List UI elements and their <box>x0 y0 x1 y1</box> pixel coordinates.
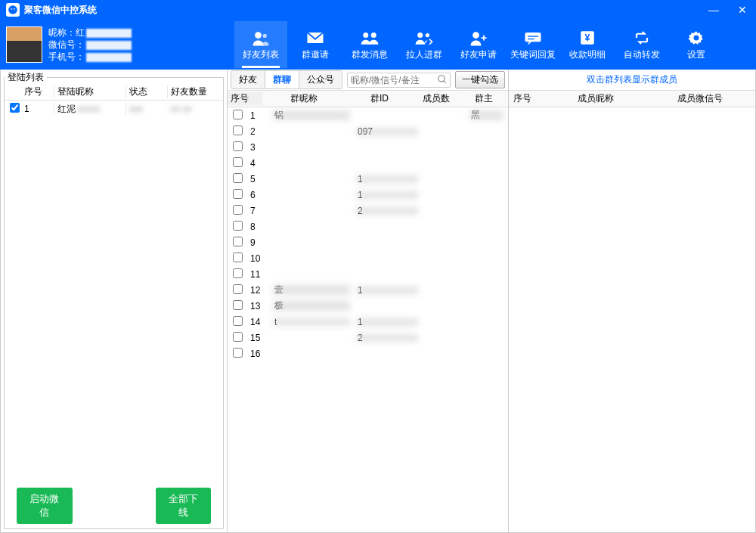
group-row[interactable]: 2097 <box>228 123 508 139</box>
keyword-icon <box>522 29 544 47</box>
group-list-panel: 好友群聊公众号 一键勾选 序号 群昵称 群ID 成员数 群主 1锅黑209734… <box>228 70 509 532</box>
svg-rect-12 <box>528 36 538 36</box>
tool-forward[interactable]: 自动转发 <box>615 21 668 68</box>
group-row-checkbox[interactable] <box>233 205 243 215</box>
wechat-label: 微信号： <box>48 39 85 50</box>
group-row-checkbox[interactable] <box>233 253 243 262</box>
tool-invite[interactable]: 群邀请 <box>289 21 342 68</box>
login-row-checkbox[interactable] <box>10 103 20 113</box>
group-row-checkbox[interactable] <box>233 110 243 119</box>
payment-icon: ¥ <box>577 29 598 47</box>
avatar <box>6 26 42 63</box>
forward-icon <box>631 29 652 47</box>
svg-point-2 <box>14 8 15 10</box>
group-row[interactable]: 9 <box>228 234 508 250</box>
group-row[interactable]: 16 <box>228 346 508 361</box>
group-row-checkbox[interactable] <box>233 284 243 294</box>
member-hint: 双击群列表显示群成员 <box>509 70 755 91</box>
svg-point-4 <box>263 33 267 37</box>
svg-point-9 <box>426 33 429 36</box>
svg-point-3 <box>255 32 262 39</box>
group-row[interactable]: 61 <box>228 187 508 203</box>
group-row-checkbox[interactable] <box>233 237 243 246</box>
group-row[interactable]: 14t1 <box>228 314 508 330</box>
group-row[interactable]: 3 <box>228 139 508 155</box>
nick-label: 昵称： <box>48 27 76 38</box>
start-wechat-button[interactable]: 启动微信 <box>17 488 73 524</box>
group-list-header: 序号 群昵称 群ID 成员数 群主 <box>228 91 508 107</box>
main-toolbar: 好友列表群邀请群发消息拉人进群好友申请关键词回复¥收款明细自动转发设置 <box>227 20 756 70</box>
invite-icon <box>305 29 326 47</box>
login-row[interactable]: 1红泥xxxxxxxxxx xx <box>5 101 223 117</box>
svg-point-6 <box>363 33 368 38</box>
pull-icon <box>414 29 435 47</box>
massmsg-icon <box>359 29 380 47</box>
all-offline-button[interactable]: 全部下线 <box>156 488 212 524</box>
search-box <box>347 73 451 88</box>
svg-point-18 <box>438 75 445 81</box>
group-row-checkbox[interactable] <box>233 157 243 167</box>
tab-group[interactable]: 群聊 <box>265 71 299 88</box>
group-row-checkbox[interactable] <box>233 300 243 310</box>
group-row-checkbox[interactable] <box>233 189 243 199</box>
tool-pull[interactable]: 拉人进群 <box>398 21 451 68</box>
svg-point-10 <box>472 32 479 39</box>
group-row[interactable]: 12壹1 <box>228 282 508 298</box>
svg-point-8 <box>417 33 423 38</box>
tool-keyword[interactable]: 关键词回复 <box>507 21 559 68</box>
svg-rect-13 <box>528 38 534 39</box>
group-row-checkbox[interactable] <box>233 173 243 183</box>
group-row[interactable]: 10 <box>228 250 508 266</box>
group-row[interactable]: 152 <box>228 330 508 346</box>
group-row-checkbox[interactable] <box>233 268 243 278</box>
header: 昵称：红 微信号： 手机号： 好友列表群邀请群发消息拉人进群好友申请关键词回复¥… <box>0 20 756 70</box>
group-row[interactable]: 1锅黑 <box>228 107 508 123</box>
svg-point-1 <box>11 8 12 10</box>
close-button[interactable]: ✕ <box>735 4 750 16</box>
friends-icon <box>250 29 271 47</box>
nick-value: 红 <box>76 27 85 38</box>
svg-text:¥: ¥ <box>585 33 590 43</box>
settings-icon <box>686 29 707 47</box>
apply-icon <box>468 29 489 47</box>
group-row-checkbox[interactable] <box>233 332 243 342</box>
tool-payment[interactable]: ¥收款明细 <box>561 21 614 68</box>
member-list-panel: 双击群列表显示群成员 序号 成员昵称 成员微信号 <box>509 70 755 532</box>
app-logo <box>6 3 20 17</box>
tool-massmsg[interactable]: 群发消息 <box>343 21 396 68</box>
login-list-legend: 登陆列表 <box>5 71 47 84</box>
tab-mp[interactable]: 公众号 <box>299 71 342 88</box>
tab-friend[interactable]: 好友 <box>231 71 265 88</box>
search-input[interactable] <box>347 73 451 88</box>
tool-apply[interactable]: 好友申请 <box>452 21 505 68</box>
titlebar: 聚客微信中控系统 — ✕ <box>0 0 756 20</box>
group-row[interactable]: 51 <box>228 171 508 187</box>
tool-settings[interactable]: 设置 <box>670 21 723 68</box>
group-row[interactable]: 4 <box>228 155 508 171</box>
tool-friends[interactable]: 好友列表 <box>234 21 287 68</box>
group-row-checkbox[interactable] <box>233 348 243 358</box>
group-row[interactable]: 72 <box>228 203 508 218</box>
member-list-header: 序号 成员昵称 成员微信号 <box>509 91 755 107</box>
minimize-button[interactable]: — <box>706 4 721 16</box>
group-row-checkbox[interactable] <box>233 316 243 326</box>
svg-rect-11 <box>525 33 541 42</box>
group-row-checkbox[interactable] <box>233 141 243 151</box>
check-all-button[interactable]: 一键勾选 <box>455 71 505 88</box>
window-title: 聚客微信中控系统 <box>24 4 97 17</box>
phone-label: 手机号： <box>48 51 85 62</box>
svg-point-17 <box>694 35 699 40</box>
login-list-header: 序号 登陆昵称 状态 好友数量 <box>5 84 223 101</box>
group-row[interactable]: 8 <box>228 218 508 234</box>
group-row[interactable]: 13极 <box>228 298 508 314</box>
group-row-checkbox[interactable] <box>233 221 243 231</box>
login-list-panel: 登陆列表 序号 登陆昵称 状态 好友数量 1红泥xxxxxxxxxx xx 启动… <box>1 70 228 532</box>
search-icon[interactable] <box>437 74 448 87</box>
svg-point-0 <box>8 5 17 14</box>
group-row-checkbox[interactable] <box>233 126 243 135</box>
svg-point-7 <box>371 33 376 38</box>
svg-line-19 <box>444 80 446 82</box>
user-info: 昵称：红 微信号： 手机号： <box>0 20 227 70</box>
group-row[interactable]: 11 <box>228 266 508 282</box>
list-type-tabs: 好友群聊公众号 <box>231 70 342 89</box>
